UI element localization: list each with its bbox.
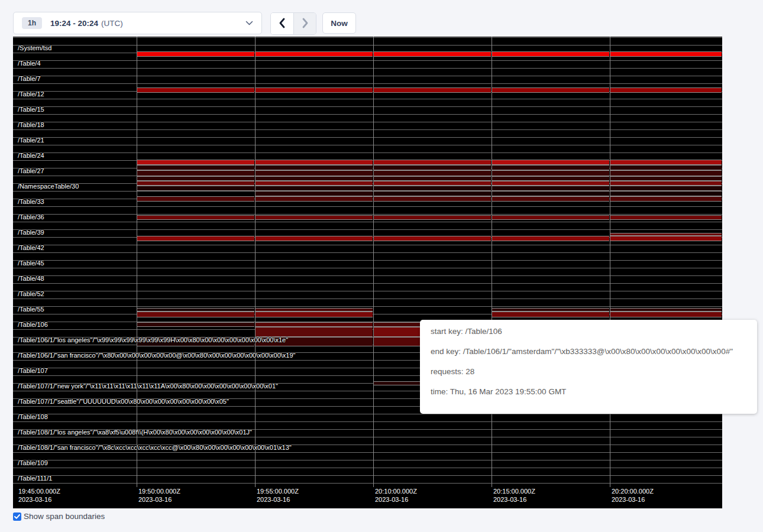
span-boundary-line — [13, 76, 722, 76]
heat-band — [492, 186, 609, 191]
heat-band — [256, 165, 373, 170]
heat-band — [256, 322, 373, 327]
next-interval-button[interactable] — [293, 13, 316, 34]
heat-band — [137, 322, 254, 327]
time-nav-group — [270, 12, 316, 35]
row-label: /Table/7 — [18, 75, 41, 83]
span-tooltip: start key: /Table/106 end key: /Table/10… — [420, 320, 757, 414]
span-boundary-line — [13, 268, 722, 268]
span-boundary-line — [13, 283, 722, 284]
span-boundary-line — [13, 229, 722, 230]
time-tick-label: 19:45:00.000Z2023-03-16 — [18, 487, 60, 504]
heat-band — [610, 236, 722, 241]
checkmark-icon — [14, 514, 20, 519]
span-boundary-line — [13, 275, 722, 276]
row-label: /Table/111/1 — [18, 475, 52, 482]
time-tick-label: 19:55:00.000Z2023-03-16 — [257, 487, 299, 504]
time-gridline — [255, 37, 256, 487]
range-duration-badge: 1h — [22, 17, 42, 29]
heat-band — [256, 51, 373, 57]
range-text: 19:24 - 20:24 — [50, 19, 98, 28]
row-label: /Table/108 — [18, 413, 48, 421]
span-boundary-line — [13, 106, 722, 107]
row-label: /Table/4 — [18, 60, 41, 67]
row-label: /Table/52 — [18, 290, 44, 298]
footer-row: Show span boundaries — [13, 512, 105, 521]
heat-band — [610, 186, 722, 191]
heat-band — [610, 170, 722, 176]
time-tick-label: 20:20:00.000Z2023-03-16 — [612, 487, 654, 504]
heat-band — [137, 236, 254, 241]
span-boundary-line — [13, 145, 722, 145]
row-label: /Table/107/1/"seattle"/"UUUUUUD\x00\x80\… — [18, 398, 229, 406]
heat-band — [610, 51, 722, 57]
heat-band — [610, 87, 722, 93]
time-gridline — [137, 37, 137, 487]
span-boundary-line — [13, 129, 722, 130]
heat-band — [374, 51, 491, 57]
row-label: /NamespaceTable/30 — [18, 183, 79, 190]
heatmap-canvas[interactable]: /System/tsd/Table/4/Table/7/Table/12/Tab… — [13, 37, 722, 508]
span-boundary-line — [13, 245, 722, 245]
time-range-select[interactable]: 1h 19:24 - 20:24 (UTC) — [13, 12, 262, 34]
row-label: /Table/33 — [18, 198, 44, 206]
heat-band — [492, 160, 609, 165]
heat-band — [374, 165, 491, 170]
heat-band — [492, 215, 609, 220]
chevron-right-icon — [302, 18, 309, 30]
range-timezone: (UTC) — [101, 19, 123, 28]
prev-interval-button[interactable] — [271, 13, 293, 34]
row-label: /Table/108/1/"san francisco"/"\x8c\xcc\x… — [18, 444, 292, 452]
span-boundary-line — [13, 83, 722, 84]
heat-band — [256, 87, 373, 93]
span-boundary-line — [13, 137, 722, 138]
chevron-left-icon — [279, 18, 286, 30]
tooltip-time: time: Thu, 16 Mar 2023 19:55:00 GMT — [431, 388, 746, 396]
heat-band — [492, 236, 609, 241]
heat-band — [256, 186, 373, 191]
heat-band — [610, 165, 722, 170]
show-span-boundaries-label: Show span boundaries — [24, 512, 105, 521]
row-label: /Table/106/1/"los angeles"/"\x99\x99\x99… — [18, 336, 288, 344]
row-label: /Table/109 — [18, 459, 48, 467]
heat-band — [492, 170, 609, 176]
row-label: /Table/18 — [18, 121, 44, 129]
heat-band — [137, 165, 254, 170]
heat-band — [256, 196, 373, 202]
heat-band — [492, 165, 609, 170]
time-gridline — [492, 37, 492, 487]
row-label: /Table/27 — [18, 167, 44, 175]
heat-band — [610, 196, 722, 202]
heat-band — [137, 160, 254, 165]
time-tick-label: 19:50:00.000Z2023-03-16 — [138, 487, 180, 504]
heat-band — [492, 181, 609, 186]
heat-band — [256, 176, 373, 181]
heat-band — [374, 181, 491, 186]
span-boundary-line — [13, 460, 722, 460]
time-tick-label: 20:10:00.000Z2023-03-16 — [375, 487, 417, 504]
span-boundary-line — [13, 299, 722, 299]
span-boundary-line — [13, 45, 722, 46]
tooltip-end-key: end key: /Table/106/1/"amsterdam"/"\xb33… — [431, 348, 746, 356]
span-boundary-line — [13, 99, 722, 99]
span-boundary-line — [13, 214, 722, 215]
row-label: /Table/107/1/"new york"/"\x11\x11\x11\x1… — [18, 382, 278, 390]
now-button[interactable]: Now — [322, 12, 356, 34]
heat-band — [137, 51, 254, 57]
tooltip-requests: requests: 28 — [431, 368, 746, 376]
span-boundary-line — [13, 206, 722, 207]
heat-band — [256, 236, 373, 241]
heat-band — [610, 312, 722, 317]
heat-band — [137, 186, 254, 191]
row-label: /Table/24 — [18, 152, 44, 160]
heat-band — [610, 160, 722, 165]
span-boundary-line — [13, 291, 722, 291]
row-label: /Table/55 — [18, 306, 44, 313]
heat-band — [610, 191, 722, 196]
heat-band — [374, 215, 491, 220]
tooltip-start-key: start key: /Table/106 — [431, 327, 746, 336]
heat-band — [374, 87, 491, 93]
heat-band — [256, 312, 373, 317]
show-span-boundaries-checkbox[interactable] — [13, 512, 21, 521]
span-boundary-line — [13, 452, 722, 453]
